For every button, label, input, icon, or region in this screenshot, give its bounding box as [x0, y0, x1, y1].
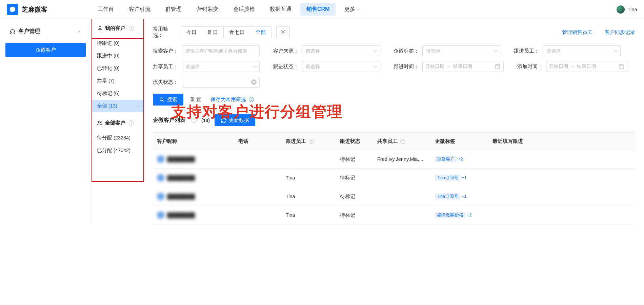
label-source: 客户来源：: [273, 48, 299, 54]
users-icon: [97, 120, 103, 126]
user-menu[interactable]: Tina: [617, 5, 637, 14]
cell-staff: Tina: [286, 194, 340, 199]
quick-filter-option[interactable]: 昨日: [202, 27, 224, 38]
cell-nickname: ████████: [157, 193, 238, 200]
secondary-item[interactable]: 待分配 (23284): [92, 132, 143, 144]
quick-filter-option[interactable]: 全部: [250, 26, 271, 38]
help-icon[interactable]: ?: [400, 139, 405, 144]
gear-icon: [280, 29, 286, 35]
refresh-icon: [221, 117, 227, 123]
chevron-up-icon: ︿: [78, 28, 82, 34]
cell-status: 待标记: [340, 175, 377, 181]
follow-status-select[interactable]: [302, 61, 380, 72]
svg-point-5: [282, 32, 284, 33]
secondary-item[interactable]: 全部 (13): [92, 100, 143, 112]
logo-icon: [7, 4, 18, 15]
help-icon[interactable]: ?: [309, 139, 314, 144]
table-row[interactable]: ████████Tina待标记Tina订阅号+1: [153, 169, 635, 187]
cell-nickname: ████████: [157, 211, 238, 219]
table-row[interactable]: ████████Tina待标记咨询微客价格+2: [153, 206, 635, 225]
cell-status: 待标记: [340, 156, 377, 163]
label-follow-staff: 跟进员工：: [514, 48, 539, 54]
svg-point-8: [160, 98, 163, 101]
cell-tag: 咨询微客价格+2: [435, 212, 492, 218]
cell-tag: 重复客户+2: [435, 156, 492, 162]
quick-filter-segment: 今日昨日近七日全部: [181, 26, 271, 38]
svg-rect-1: [14, 32, 15, 33]
topnav-item[interactable]: 更多 ﹀: [338, 3, 366, 16]
avatar-icon: [617, 5, 625, 14]
cell-status: 待标记: [340, 212, 377, 218]
calendar-icon: [495, 63, 501, 70]
sidebar-section-customer-mgmt[interactable]: 客户管理 ︿: [3, 24, 88, 38]
topnav-item[interactable]: 工作台: [92, 3, 120, 16]
table-header: 最近填写跟进: [492, 138, 533, 145]
secondary-item[interactable]: 共享 (7): [92, 75, 143, 87]
follow-staff-select[interactable]: [543, 45, 621, 56]
search-customer-input[interactable]: [182, 45, 260, 56]
lost-status-select[interactable]: ✕: [182, 77, 260, 88]
topbar: 芝麻微客 工作台客户引流群管理营销裂变会话质检数据互通销售CRM更多 ﹀ Tin…: [0, 0, 644, 19]
secondary-item[interactable]: 待跟进 (0): [92, 37, 143, 50]
help-icon[interactable]: ?: [192, 118, 197, 123]
cell-staff: Tina: [286, 212, 340, 218]
svg-point-2: [99, 26, 101, 28]
reset-button[interactable]: 重 置: [190, 97, 201, 103]
table-row[interactable]: ████████Tina待标记Tina订阅号+1: [153, 187, 635, 206]
topnav-item[interactable]: 营销裂变: [190, 3, 224, 16]
svg-point-3: [98, 121, 100, 123]
search-button[interactable]: 搜索: [153, 94, 183, 106]
list-count: (13): [201, 118, 210, 123]
wxtag-select[interactable]: [422, 45, 500, 56]
topnav-item[interactable]: 会话质检: [227, 3, 261, 16]
add-time-range[interactable]: 开始日期→结束日期: [546, 61, 627, 72]
secondary-item[interactable]: 跟进中 (0): [92, 50, 143, 62]
secondary-item[interactable]: 待标记 (6): [92, 87, 143, 100]
share-staff-select[interactable]: [182, 61, 260, 72]
save-filter-link[interactable]: 保存为常用筛选 i: [210, 96, 254, 103]
user-icon: [97, 25, 103, 32]
secondary-item[interactable]: 已转化 (0): [92, 62, 143, 75]
topnav-item[interactable]: 群管理: [159, 3, 188, 16]
refresh-button[interactable]: 更新数据: [215, 114, 255, 126]
cell-tag: Tina订阅号+1: [435, 175, 492, 181]
label-wxtag: 企微标签：: [394, 48, 419, 54]
label-add-time: 添加时间：: [517, 63, 543, 70]
secondary-head-my-customers: 我的客户 ?: [92, 22, 143, 37]
sidebar: 客户管理 ︿ 企微客户: [0, 19, 92, 225]
label-lost-status: 流失状态：: [153, 79, 178, 85]
chevron-down-icon: ﹀: [356, 8, 360, 12]
clear-icon[interactable]: ✕: [251, 79, 257, 85]
quick-filter-option[interactable]: 近七日: [224, 27, 250, 38]
sidebar-title: 客户管理: [18, 28, 40, 35]
secondary-head-all-customers: 全部客户 ?: [92, 117, 143, 132]
table-row[interactable]: ████████待标记Fred,ivy,Jenny,Mia,...重复客户+2: [153, 150, 635, 169]
cell-status: 待标记: [340, 193, 377, 200]
top-nav: 工作台客户引流群管理营销裂变会话质检数据互通销售CRM更多 ﹀: [92, 3, 617, 16]
svg-rect-6: [496, 65, 500, 69]
topnav-item[interactable]: 销售CRM: [300, 3, 336, 16]
quick-filter-label: 常用筛选：: [153, 26, 177, 39]
sidebar-item-enterprise-wechat[interactable]: 企微客户: [5, 43, 86, 57]
secondary-item[interactable]: 已分配 (47042): [92, 144, 143, 157]
topnav-item[interactable]: 客户引流: [123, 3, 157, 16]
label-share-staff: 共享员工：: [153, 63, 178, 70]
cell-nickname: ████████: [157, 174, 238, 182]
link-manage-sales-staff[interactable]: 管理销售员工: [562, 29, 592, 36]
content-area: 常用筛选： 今日昨日近七日全部 管理销售员工 客户同步记录 搜索客户： 客户来源…: [144, 19, 644, 225]
cell-staff: Tina: [286, 175, 340, 180]
table-header: 电话: [238, 138, 286, 145]
table-header: 企微标签: [435, 138, 492, 145]
source-select[interactable]: [302, 45, 380, 56]
label-follow-time: 跟进时间：: [394, 63, 419, 70]
help-icon[interactable]: ?: [129, 120, 134, 126]
link-customer-sync-log[interactable]: 客户同步记录: [605, 29, 635, 36]
follow-time-range[interactable]: 开始日期→结束日期: [422, 61, 504, 72]
headset-icon: [9, 28, 16, 35]
quick-filter-option[interactable]: 今日: [181, 27, 202, 38]
help-icon[interactable]: ?: [129, 26, 134, 31]
secondary-nav: 我的客户 ? 待跟进 (0)跟进中 (0)已转化 (0)共享 (7)待标记 (6…: [92, 19, 144, 182]
filter-settings-button[interactable]: [276, 26, 290, 38]
topnav-item[interactable]: 数据互通: [264, 3, 298, 16]
table-header: 客户昵称: [157, 138, 238, 145]
